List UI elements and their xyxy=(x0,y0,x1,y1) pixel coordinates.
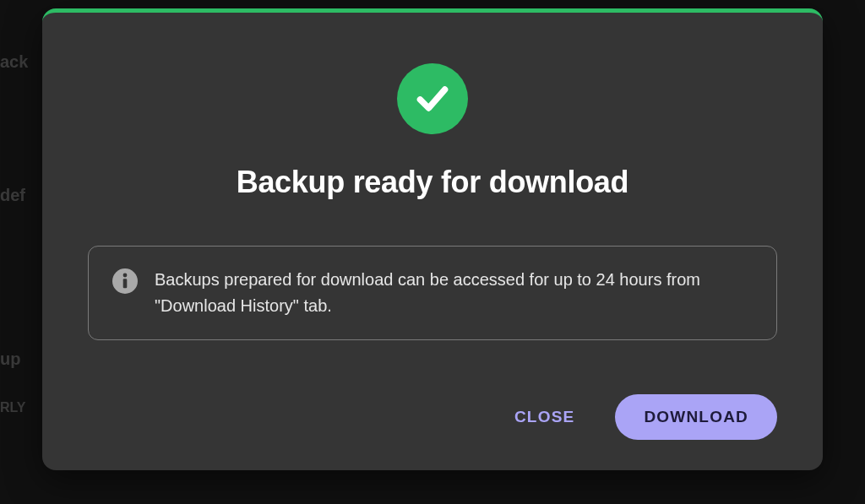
info-box: Backups prepared for download can be acc… xyxy=(88,246,777,340)
svg-rect-1 xyxy=(123,279,128,288)
svg-point-0 xyxy=(123,274,128,278)
close-button[interactable]: CLOSE xyxy=(498,396,591,438)
modal-title: Backup ready for download xyxy=(88,165,777,200)
info-text: Backups prepared for download can be acc… xyxy=(155,267,753,319)
info-icon xyxy=(112,268,138,294)
success-icon xyxy=(397,63,468,134)
modal-button-row: CLOSE DOWNLOAD xyxy=(88,394,777,440)
backup-ready-modal: Backup ready for download Backups prepar… xyxy=(42,8,823,470)
download-button[interactable]: DOWNLOAD xyxy=(615,394,777,440)
